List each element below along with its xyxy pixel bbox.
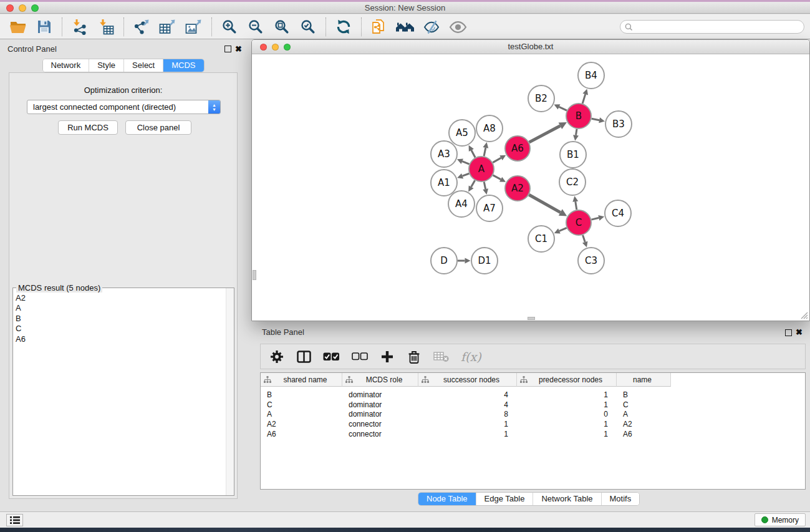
table-row[interactable]: Bdominator41B (261, 390, 805, 400)
close-panel-button[interactable]: Close panel (125, 120, 191, 135)
home-button[interactable] (392, 16, 418, 38)
mcds-result-item[interactable]: C (16, 324, 225, 334)
task-history-button[interactable] (6, 514, 23, 526)
import-network-button[interactable] (67, 16, 93, 38)
close-network-window-button[interactable] (260, 44, 267, 51)
float-table-panel-icon[interactable] (785, 329, 792, 336)
save-session-button[interactable] (31, 16, 57, 38)
minimize-network-window-button[interactable] (272, 44, 279, 51)
graph-node-A2[interactable]: A2 (505, 176, 530, 201)
graph-node-B4[interactable]: B4 (578, 62, 604, 89)
table-row[interactable]: A6connector11A6 (261, 429, 805, 439)
result-scrollbar[interactable] (226, 288, 234, 495)
tab-edge-table[interactable]: Edge Table (476, 493, 533, 505)
float-panel-icon[interactable] (224, 46, 231, 52)
graph-node-B3[interactable]: B3 (605, 111, 632, 137)
export-image-button[interactable] (181, 16, 207, 38)
zoom-out-button[interactable] (243, 16, 269, 38)
mcds-result-item[interactable]: B (16, 314, 225, 324)
export-table-button[interactable] (155, 16, 181, 38)
graph-node-C[interactable]: C (566, 210, 591, 235)
show-all-eye-button[interactable] (445, 16, 471, 38)
search-input[interactable] (633, 21, 804, 32)
column-header-MCDS-role[interactable]: MCDS role (342, 373, 418, 387)
refresh-button[interactable] (330, 16, 357, 38)
graph-node-D[interactable]: D (431, 248, 457, 274)
memory-button[interactable]: Memory (755, 513, 806, 526)
graph-node-A5[interactable]: A5 (449, 120, 475, 146)
zoom-network-window-button[interactable] (284, 44, 291, 51)
table-row[interactable]: A2connector11A2 (261, 419, 805, 429)
graph-node-C2[interactable]: C2 (559, 169, 586, 195)
hide-selected-button[interactable] (418, 16, 445, 38)
graph-node-C4[interactable]: C4 (605, 200, 631, 226)
table-row[interactable]: Adominator80A (261, 410, 805, 420)
add-column-button[interactable] (380, 351, 395, 363)
run-mcds-button[interactable]: Run MCDS (58, 120, 118, 135)
zoom-window-button[interactable] (31, 4, 39, 12)
tab-network[interactable]: Network (42, 59, 89, 72)
column-type-icon (520, 376, 528, 383)
graph-node-B1[interactable]: B1 (560, 142, 586, 168)
mcds-result-item[interactable]: A2 (16, 293, 225, 303)
zoom-selected-button[interactable] (295, 16, 321, 38)
graph-node-A8[interactable]: A8 (476, 115, 503, 142)
column-header-shared-name[interactable]: shared name (261, 373, 342, 387)
mcds-result-item[interactable]: A (16, 303, 225, 313)
close-panel-icon[interactable]: ✖ (235, 45, 242, 54)
tab-network-table[interactable]: Network Table (533, 493, 600, 505)
network-horizontal-scrollbar[interactable] (528, 317, 535, 320)
optimization-criterion-label: Optimization criterion: (9, 85, 237, 95)
graph-node-C1[interactable]: C1 (528, 226, 554, 252)
search-box[interactable] (620, 20, 804, 34)
network-window-titlebar[interactable]: testGlobe.txt (252, 40, 809, 54)
close-table-panel-icon[interactable]: ✖ (796, 328, 803, 337)
create-network-from-file-button[interactable] (366, 16, 392, 38)
graph-node-A[interactable]: A (469, 157, 494, 181)
network-window-controls (260, 44, 291, 51)
column-settings-gear-button[interactable] (269, 350, 284, 364)
graph-node-D1[interactable]: D1 (471, 248, 498, 274)
graph-node-A1[interactable]: A1 (431, 170, 457, 196)
tab-mcds[interactable]: MCDS (163, 59, 203, 72)
import-table-button[interactable] (93, 16, 119, 38)
resize-grip-icon[interactable] (798, 309, 808, 319)
graph-node-B2[interactable]: B2 (528, 85, 554, 112)
tab-style[interactable]: Style (89, 59, 123, 72)
column-header-successor-nodes[interactable]: successor nodes (418, 373, 517, 387)
column-header-predecessor-nodes[interactable]: predecessor nodes (517, 373, 617, 387)
delete-column-button[interactable] (407, 350, 422, 364)
export-network-button[interactable] (128, 16, 155, 38)
tab-select[interactable]: Select (123, 59, 163, 72)
table-cell: A2 (617, 420, 671, 428)
tab-node-table[interactable]: Node Table (418, 493, 476, 505)
show-columns-button[interactable] (296, 351, 311, 363)
svg-text:A6: A6 (511, 143, 524, 154)
graph-node-C3[interactable]: C3 (578, 248, 604, 274)
network-view-window: testGlobe.txt B4B2BB3A8A5A6A3B1AC2A1A2A4… (251, 39, 810, 321)
deselect-all-checkboxes-button[interactable] (352, 352, 368, 360)
tab-motifs[interactable]: Motifs (601, 493, 640, 505)
graph-edge-A-A8 (483, 142, 488, 156)
open-session-button[interactable] (5, 16, 31, 38)
graph-edge-A2-C (529, 195, 567, 216)
criterion-select[interactable]: largest connected component (directed) ▲… (27, 100, 221, 114)
graph-edge-C-C3 (582, 235, 588, 248)
network-canvas[interactable]: B4B2BB3A8A5A6A3B1AC2A1A2A4A7C4CC1C3DD1 (253, 55, 809, 320)
graph-node-A6[interactable]: A6 (505, 136, 530, 161)
network-vertical-scrollbar[interactable] (253, 270, 256, 280)
graph-node-A3[interactable]: A3 (431, 141, 457, 167)
column-type-icon (264, 376, 271, 383)
graph-node-A4[interactable]: A4 (448, 191, 475, 217)
graph-node-A7[interactable]: A7 (476, 195, 503, 221)
minimize-window-button[interactable] (19, 4, 26, 12)
mcds-result-item[interactable]: A6 (16, 334, 225, 344)
close-window-button[interactable] (6, 4, 14, 12)
graph-node-B[interactable]: B (566, 104, 591, 128)
zoom-fit-button[interactable] (269, 16, 295, 38)
column-header-name[interactable]: name (617, 373, 671, 387)
table-row[interactable]: Cdominator41C (261, 400, 805, 410)
select-all-checkboxes-button[interactable] (323, 352, 340, 361)
zoom-in-button[interactable] (216, 16, 243, 38)
open-session-icon (9, 19, 27, 35)
